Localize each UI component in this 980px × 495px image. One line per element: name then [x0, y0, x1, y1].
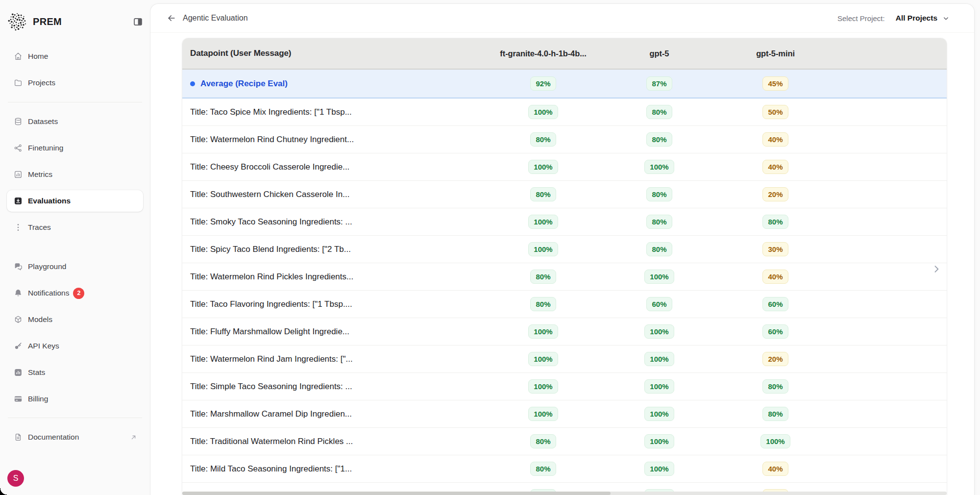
- sidebar-item-api-keys[interactable]: API Keys: [7, 335, 143, 357]
- sidebar-item-evaluations[interactable]: Evaluations: [7, 190, 143, 212]
- sidebar-divider: [8, 418, 142, 418]
- project-select[interactable]: All Projects: [896, 14, 950, 23]
- table-row-average[interactable]: Average (Recipe Eval)92%87%45%: [182, 70, 947, 99]
- score-badge: 100%: [528, 379, 558, 394]
- models-icon: [14, 315, 23, 324]
- score-badge: 100%: [528, 324, 558, 339]
- sidebar-item-stats[interactable]: Stats: [7, 362, 143, 383]
- table-body: Average (Recipe Eval)92%87%45%Title: Tac…: [182, 70, 947, 495]
- score-cell: 87%: [601, 76, 717, 91]
- table-row[interactable]: Title: Taco Flavoring Ingredients: ["1 T…: [182, 291, 947, 318]
- sidebar-item-billing[interactable]: Billing: [7, 388, 143, 410]
- datapoint-title: Title: Cheesy Broccoli Casserole Ingredi…: [190, 162, 349, 172]
- datapoint-cell: Title: Traditional Watermelon Rind Pickl…: [182, 437, 485, 446]
- datapoint-title: Title: Taco Flavoring Ingredients: ["1 T…: [190, 299, 352, 309]
- datapoint-cell: Title: Marshmallow Caramel Dip Ingredien…: [182, 409, 485, 419]
- score-cell: 100%: [485, 407, 601, 421]
- score-cell: 80%: [485, 270, 601, 284]
- horizontal-scrollbar[interactable]: [182, 492, 947, 495]
- table-row[interactable]: Title: Watermelon Rind Pickles Ingredien…: [182, 263, 947, 291]
- sidebar-item-projects[interactable]: Projects: [7, 72, 143, 94]
- datapoint-cell: Average (Recipe Eval): [182, 79, 485, 89]
- score-badge: 80%: [646, 105, 672, 120]
- sidebar-item-label: Notifications: [28, 289, 69, 297]
- sidebar-item-finetuning[interactable]: Finetuning: [7, 137, 143, 159]
- notifications-badge: 2: [73, 288, 84, 299]
- home-icon: [14, 52, 23, 61]
- score-badge: 100%: [644, 270, 674, 284]
- score-badge: 100%: [528, 160, 558, 174]
- score-badge: 40%: [762, 160, 788, 174]
- app-root: { "brand": { "name": "PREM" }, "sidebar"…: [0, 0, 980, 495]
- score-badge: 60%: [762, 324, 788, 339]
- score-badge: 100%: [644, 379, 674, 394]
- score-cell: 100%: [485, 160, 601, 174]
- score-cell: 100%: [601, 324, 717, 339]
- user-avatar[interactable]: S: [7, 470, 24, 487]
- datapoint-cell: Title: Smoky Taco Seasoning Ingredients:…: [182, 217, 485, 227]
- score-cell: 80%: [485, 187, 601, 202]
- table-row[interactable]: Title: Southwestern Chicken Casserole In…: [182, 181, 947, 208]
- column-header-model-1: ft-granite-4.0-h-1b-4b...: [485, 49, 601, 58]
- score-cell: 80%: [717, 407, 833, 421]
- table-row[interactable]: Title: Watermelon Rind Jam Ingredients: …: [182, 346, 947, 373]
- score-cell: 20%: [717, 187, 833, 202]
- score-badge: 80%: [530, 462, 556, 476]
- sidebar-item-traces[interactable]: Traces: [7, 217, 143, 238]
- table-row[interactable]: Title: Smoky Taco Seasoning Ingredients:…: [182, 208, 947, 236]
- datapoint-cell: Title: Watermelon Rind Pickles Ingredien…: [182, 272, 485, 282]
- sidebar-collapse-icon[interactable]: [132, 16, 143, 27]
- finetuning-icon: [14, 144, 23, 152]
- horizontal-scrollbar-thumb[interactable]: [182, 492, 611, 495]
- sidebar-item-datasets[interactable]: Datasets: [7, 111, 143, 132]
- documentation-icon: [14, 433, 23, 442]
- score-cell: 80%: [485, 434, 601, 449]
- datapoint-title: Title: Watermelon Rind Pickles Ingredien…: [190, 272, 353, 282]
- table-row[interactable]: Title: Mild Taco Seasoning Ingredients: …: [182, 455, 947, 483]
- table-row[interactable]: Title: Watermelon Rind Chutney Ingredien…: [182, 126, 947, 153]
- sidebar-item-playground[interactable]: Playground: [7, 256, 143, 277]
- score-badge: 60%: [762, 297, 788, 312]
- datapoint-title: Title: Spicy Taco Blend Ingredients: ["2…: [190, 245, 351, 254]
- table-row[interactable]: Title: Taco Spice Mix Ingredients: ["1 T…: [182, 99, 947, 126]
- sidebar-item-label: Projects: [28, 78, 55, 87]
- score-cell: 100%: [601, 379, 717, 394]
- sidebar-item-label: Datasets: [28, 117, 58, 126]
- score-cell: 100%: [601, 270, 717, 284]
- score-cell: 100%: [601, 407, 717, 421]
- score-badge: 80%: [530, 297, 556, 312]
- sidebar-item-home[interactable]: Home: [7, 46, 143, 67]
- datasets-icon: [14, 117, 23, 126]
- table-row[interactable]: Title: Marshmallow Caramel Dip Ingredien…: [182, 400, 947, 428]
- sidebar-section-help: Documentation: [0, 426, 150, 453]
- score-cell: 100%: [485, 324, 601, 339]
- back-button[interactable]: [165, 12, 178, 25]
- sidebar-footer: S: [0, 470, 150, 495]
- score-cell: 80%: [601, 132, 717, 147]
- sidebar-item-metrics[interactable]: Metrics: [7, 164, 143, 185]
- datapoint-title: Title: Smoky Taco Seasoning Ingredients:…: [190, 217, 352, 227]
- table-row[interactable]: Title: Cheesy Broccoli Casserole Ingredi…: [182, 153, 947, 181]
- table-row[interactable]: Title: Fluffy Marshmallow Delight Ingred…: [182, 318, 947, 346]
- table-row[interactable]: Title: Simple Taco Seasoning Ingredients…: [182, 373, 947, 400]
- notifications-icon: [14, 289, 23, 297]
- table-row[interactable]: Title: Traditional Watermelon Rind Pickl…: [182, 428, 947, 455]
- datapoint-title: Average (Recipe Eval): [200, 79, 288, 89]
- score-cell: 80%: [601, 187, 717, 202]
- sidebar-item-models[interactable]: Models: [7, 309, 143, 330]
- datapoint-cell: Title: Taco Spice Mix Ingredients: ["1 T…: [182, 107, 485, 117]
- metrics-icon: [14, 170, 23, 179]
- score-cell: 100%: [485, 105, 601, 120]
- scroll-right-icon[interactable]: [930, 263, 943, 275]
- datapoint-title: Title: Fluffy Marshmallow Delight Ingred…: [190, 327, 349, 337]
- sidebar-item-label: Evaluations: [28, 197, 71, 205]
- table-row[interactable]: Title: Spicy Taco Blend Ingredients: ["2…: [182, 236, 947, 263]
- arrow-left-icon: [167, 13, 176, 23]
- score-badge: 80%: [762, 379, 788, 394]
- sidebar-item-documentation[interactable]: Documentation: [7, 426, 143, 448]
- score-cell: 100%: [717, 434, 833, 449]
- score-cell: 80%: [485, 297, 601, 312]
- sidebar-item-notifications[interactable]: Notifications2: [7, 282, 143, 304]
- score-cell: 100%: [601, 352, 717, 367]
- sidebar-item-label: Metrics: [28, 170, 52, 179]
